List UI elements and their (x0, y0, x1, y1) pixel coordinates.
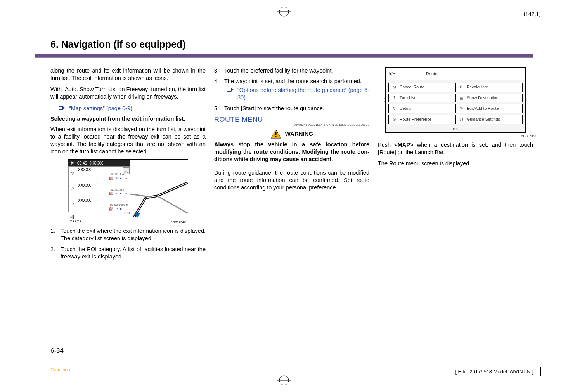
route-cell: ⤴Turn List (388, 94, 455, 103)
svg-point-8 (275, 136, 277, 137)
list-text: Touch the preferred facility for the way… (224, 67, 369, 75)
chevron-left-icon: 〈 (380, 96, 386, 104)
map-thumbnail (130, 160, 188, 225)
list-item: 1. Touch the exit where the exit informa… (50, 227, 206, 242)
turn-list-bottom: A|| XXXXX (68, 214, 130, 225)
flag-icon: ⚑ (71, 161, 74, 166)
xref-text: “Options before starting the route guida… (237, 87, 369, 101)
route-cell: ⚙Route Preference (388, 115, 455, 124)
paragraph: along the route and its exit information… (50, 67, 206, 82)
paragraph: With [Auto. Show Turn List on Freeway] t… (50, 86, 206, 101)
xref-text: “Map settings” (page 6-9) (69, 105, 132, 112)
figure-turn-list: ⚑ 00:46 XXXXX 🛡 XXXXX 00:01 1.4 mi ⛽ P ■… (68, 159, 188, 225)
figure-route-menu: 〈 〉 ⤺ Route ⊘Cancel Route ⟳Recalculate ⤴… (385, 67, 526, 133)
guidance-icon: ☊ (458, 117, 464, 122)
route-cell: ⊘Cancel Route (388, 83, 455, 92)
route-cell: ↯Detour (388, 104, 455, 113)
list-number: 2. (50, 246, 56, 260)
xref-link[interactable]: “Map settings” (page 6-9) (50, 105, 206, 112)
subheading: Selecting a waypoint from the exit infor… (50, 115, 206, 123)
chapter-title: 6. Navigation (if so equipped) (35, 39, 533, 50)
route-cell: ☊Guidance Settings (455, 115, 523, 124)
chevron-right-icon: 〉 (525, 96, 531, 104)
title-rule (35, 54, 533, 59)
edit-icon: ✎ (458, 106, 464, 111)
list-text: Touch the exit where the exit informa­ti… (61, 227, 206, 242)
list-number: 4. (214, 78, 220, 101)
dest-icon: ▦ (458, 95, 464, 101)
paragraph: Push <MAP> when a destination is set, an… (378, 141, 533, 156)
list-number: 5. (214, 105, 220, 112)
xref-link[interactable]: “Options before starting the route guida… (224, 87, 369, 101)
warning-header: WARNING (214, 129, 369, 139)
detour-icon: ↯ (391, 106, 397, 111)
crop-mark-top (275, 0, 293, 18)
route-title: Route (426, 71, 437, 77)
list-text: The waypoint is set, and the route searc… (224, 78, 362, 84)
topbar-time: 00:46 (77, 161, 87, 166)
warning-body: Always stop the vehicle in a safe locati… (214, 141, 369, 163)
list-number: 1. (50, 227, 56, 242)
pointer-icon (227, 87, 235, 92)
list-item: 4. The waypoint is set, and the route se… (214, 78, 369, 101)
paragraph: During route guidance, the route condi­t… (214, 169, 369, 191)
turn-list-row: 🛡 XXXXX 00:01 3/4 mi ⛽ P ■ → (68, 182, 130, 197)
column-2: 3. Touch the preferred facility for the … (214, 67, 369, 264)
cancel-icon: ⊘ (391, 85, 397, 90)
list-number: 3. (214, 67, 220, 75)
list-item: 5. Touch [Start] to start the route gui­… (214, 105, 369, 112)
warning-icon (270, 129, 281, 139)
settings-icon: ⚙ (391, 117, 397, 122)
topbar-dest: XXXXX (90, 161, 103, 166)
route-cell: ▦Show Destination (455, 94, 523, 103)
condition-label: Condition: (50, 367, 71, 373)
page-number: 6-34 (50, 347, 64, 355)
svg-rect-7 (275, 132, 276, 135)
list-text: Touch the POI category. A list of facili… (61, 246, 206, 260)
list-item: 3. Touch the preferred facility for the … (214, 67, 369, 75)
column-3: 〈 〉 ⤺ Route ⊘Cancel Route ⟳Recalculate ⤴… (378, 67, 533, 264)
turnlist-icon: ⤴ (391, 95, 397, 101)
warning-title: WARNING (285, 130, 313, 138)
turn-list-row: 🛡 XXXXX 00:01 1.4 mi ⛽ P ■ → (68, 166, 130, 182)
turn-list-row: 🛡 XXXXX 00:00 1000 ft ⛽ P ■ → (68, 197, 130, 212)
back-arrow-icon: ⤺ (389, 69, 395, 78)
scroll-up-icon: ︽ (123, 167, 130, 174)
pointer-icon (58, 105, 67, 110)
route-cell: ✎Edit/Add to Route (455, 104, 523, 113)
crop-mark-bottom (275, 374, 293, 392)
numbered-list: 3. Touch the preferred facility for the … (214, 67, 369, 112)
page-coordinate: (142,1) (524, 11, 541, 17)
route-cell: ⟳Recalculate (455, 83, 523, 92)
page-dots: ● ○ (386, 126, 525, 131)
paragraph: The Route menu screen is displayed. (378, 160, 533, 167)
recalc-icon: ⟳ (458, 85, 464, 90)
map-button-label: <MAP> (394, 142, 413, 148)
edit-info-box: [ Edit: 2017/ 5/ 8 Model: AIVINJ-N ] (448, 367, 541, 376)
numbered-list: 1. Touch the exit where the exit informa… (50, 227, 206, 260)
figure-label: 5GB0735X (521, 134, 537, 138)
paragraph: When exit information is displayed on th… (50, 126, 206, 156)
list-text: Touch [Start] to start the route gui­dan… (224, 105, 369, 112)
column-1: along the route and its exit information… (50, 67, 206, 264)
figure-label: 5GB0734X (171, 220, 186, 225)
list-item: 2. Touch the POI category. A list of fac… (50, 246, 206, 260)
